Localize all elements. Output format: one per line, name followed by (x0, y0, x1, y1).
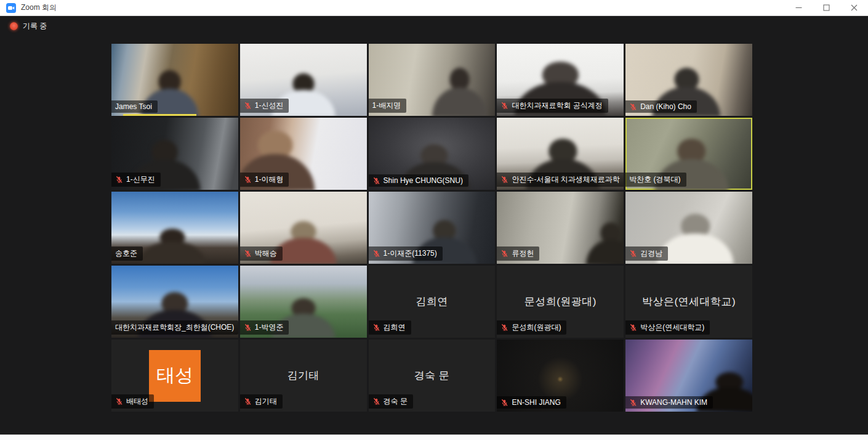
participant-name: 김기태 (255, 396, 277, 407)
participant-tile[interactable]: EN-SHI JIANG (497, 340, 624, 412)
participant-tile[interactable]: Shin Hye CHUNG(SNU) (369, 118, 496, 190)
participant-name: James Tsoi (115, 102, 152, 111)
muted-mic-icon (500, 176, 508, 184)
participant-name-label: 대한치과재료학회 공식계정 (497, 99, 608, 113)
participant-tile[interactable]: 1-이재준(11375) (369, 192, 496, 264)
participant-name: KWANG-MAHN KIM (640, 398, 707, 407)
participant-tile[interactable]: Dan (Kiho) Cho (625, 44, 752, 116)
participant-tile[interactable]: 박찬호 (경북대) (625, 118, 752, 190)
participant-name-label: 문성희(원광대) (497, 320, 566, 335)
participant-name: 1-이해형 (255, 174, 284, 185)
participant-name: 대한치과재료학회 공식계정 (512, 100, 602, 111)
participant-name: 송호준 (115, 248, 137, 259)
participant-tile[interactable]: 박상은(연세대학교)박상은(연세대학교) (625, 266, 752, 338)
participant-tile[interactable]: 태성배태성 (111, 340, 238, 412)
muted-mic-icon (115, 397, 123, 405)
participant-name: 1-박영준 (255, 322, 284, 333)
zoom-app-icon (6, 3, 16, 13)
recording-dot-icon (10, 22, 18, 30)
participant-name-label: James Tsoi (111, 100, 158, 113)
participant-name-label: Shin Hye CHUNG(SNU) (369, 174, 468, 187)
minimize-button[interactable] (785, 0, 813, 15)
window-titlebar: Zoom 회의 (0, 0, 868, 16)
muted-mic-icon (629, 399, 637, 407)
participant-name: 박해승 (255, 248, 277, 259)
participant-name-label: 박상은(연세대학교) (625, 320, 710, 335)
window-controls (785, 0, 868, 15)
participant-name-label: 송호준 (111, 246, 143, 261)
participant-tile[interactable]: 대한치과재료학회장_최한철(CHOE) (111, 266, 238, 338)
muted-mic-icon (629, 103, 637, 111)
participant-name-label: 김경남 (625, 246, 668, 261)
gallery-grid: James Tsoi1-신성진1-배지명대한치과재료학회 공식계정Dan (Ki… (111, 44, 752, 412)
participant-tile[interactable]: 경숙 문경숙 문 (369, 340, 496, 412)
participant-name: 1-이재준(11375) (384, 248, 437, 259)
muted-mic-icon (372, 397, 380, 405)
muted-mic-icon (629, 324, 637, 332)
muted-mic-icon (372, 177, 380, 185)
participant-name-label: 경숙 문 (369, 394, 413, 409)
muted-mic-icon (244, 176, 252, 184)
muted-mic-icon (244, 102, 252, 110)
participant-name: 1-배지명 (372, 100, 401, 111)
participant-name-label: KWANG-MAHN KIM (625, 396, 713, 409)
participant-avatar: 태성 (149, 350, 201, 402)
participant-name-label: Dan (Kiho) Cho (625, 100, 697, 113)
recording-indicator[interactable]: 기록 중 (10, 21, 47, 31)
participant-name-label: 김기태 (240, 394, 283, 409)
participant-tile[interactable]: 1-신무진 (111, 118, 238, 190)
muted-mic-icon (372, 250, 380, 258)
participant-tile[interactable]: James Tsoi (111, 44, 238, 116)
participant-name: 박찬호 (경북대) (629, 174, 680, 185)
window-title: Zoom 회의 (21, 2, 57, 13)
participant-tile[interactable]: 1-배지명 (369, 44, 496, 116)
participant-name: 류정헌 (512, 248, 534, 259)
participant-name: 경숙 문 (384, 396, 408, 407)
participant-name: 1-신무진 (126, 174, 155, 185)
participant-name: 문성희(원광대) (512, 322, 561, 333)
participant-name: 대한치과재료학회장_최한철(CHOE) (115, 322, 234, 333)
muted-mic-icon (244, 397, 252, 405)
participant-tile[interactable]: 김기태김기태 (240, 340, 367, 412)
muted-mic-icon (244, 250, 252, 258)
participant-silhouette (657, 214, 733, 264)
participant-name-label: EN-SHI JIANG (497, 396, 566, 409)
participant-tile[interactable]: 박해승 (240, 192, 367, 264)
participant-tile[interactable]: 송호준 (111, 192, 238, 264)
participant-name: EN-SHI JIANG (512, 398, 560, 407)
participant-name-label: 대한치과재료학회장_최한철(CHOE) (111, 320, 238, 335)
muted-mic-icon (244, 324, 252, 332)
maximize-button[interactable] (813, 0, 840, 15)
speaking-indicator-underline (123, 114, 196, 116)
muted-mic-icon (115, 176, 123, 184)
participant-name-label: 1-이재준(11375) (369, 246, 443, 261)
participant-tile[interactable]: 류정헌 (497, 192, 624, 264)
participant-silhouette (139, 229, 205, 264)
participant-name-label: 박찬호 (경북대) (625, 173, 686, 187)
participant-tile[interactable]: KWANG-MAHN KIM (625, 340, 752, 412)
participant-name: 배태성 (126, 396, 148, 407)
participant-tile[interactable]: 김경남 (625, 192, 752, 264)
muted-mic-icon (500, 250, 508, 258)
muted-mic-icon (500, 399, 508, 407)
muted-mic-icon (629, 250, 637, 258)
bottom-edge (0, 434, 868, 440)
participant-tile[interactable]: 1-이해형 (240, 118, 367, 190)
participant-name: Shin Hye CHUNG(SNU) (384, 176, 463, 185)
participant-tile[interactable]: 1-박영준 (240, 266, 367, 338)
participant-silhouette (585, 222, 624, 264)
participant-name-label: 1-이해형 (240, 173, 289, 187)
participant-name-label: 안진수-서울대 치과생체재료과학 (497, 173, 624, 187)
muted-mic-icon (372, 324, 380, 332)
participant-tile[interactable]: 문성희(원광대)문성희(원광대) (497, 266, 624, 338)
participant-name: 1-신성진 (255, 100, 284, 111)
participant-name-label: 1-배지명 (369, 99, 407, 113)
participant-tile[interactable]: 대한치과재료학회 공식계정 (497, 44, 624, 116)
participant-tile[interactable]: 안진수-서울대 치과생체재료과학 (497, 118, 624, 190)
close-button[interactable] (840, 0, 868, 15)
participant-name-label: 배태성 (111, 394, 154, 409)
participant-tile[interactable]: 1-신성진 (240, 44, 367, 116)
participant-tile[interactable]: 김희연김희연 (369, 266, 496, 338)
participant-name-label: 1-박영준 (240, 320, 289, 335)
participant-name: Dan (Kiho) Cho (640, 102, 691, 111)
